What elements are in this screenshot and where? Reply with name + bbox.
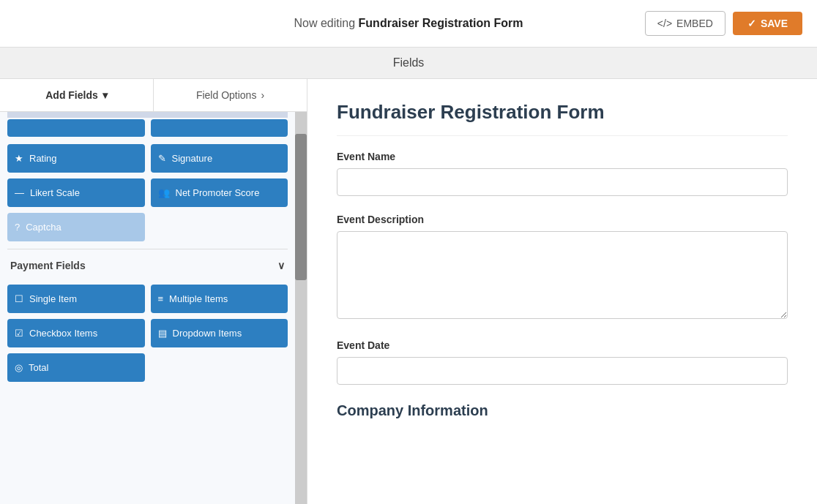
save-button[interactable]: ✓ SAVE (733, 12, 802, 35)
company-information-section: Company Information (337, 402, 788, 419)
scroll-bar[interactable] (295, 112, 307, 504)
form-name-label: Fundraiser Registration Form (359, 17, 523, 29)
embed-button[interactable]: </> EMBED (645, 11, 725, 36)
captcha-label: Captcha (26, 222, 61, 233)
dropdown-items-icon: ▤ (158, 328, 167, 339)
payment-fields-section: Payment Fields ∨ (7, 249, 288, 277)
partial-button-top-1 (7, 112, 288, 118)
checkbox-items-label: Checkbox Items (29, 328, 97, 339)
event-description-input[interactable] (337, 231, 788, 319)
dropdown-items-button[interactable]: ▤ Dropdown Items (151, 319, 288, 347)
editing-label: Now editing (294, 17, 356, 29)
left-panel-scroll-wrapper: ★ Rating ✎ Signature — Likert Scale 👥 Ne… (0, 112, 307, 504)
embed-label: EMBED (676, 18, 713, 29)
field-options-label: Field Options (196, 89, 256, 101)
scroll-thumb[interactable] (295, 134, 307, 280)
checkbox-items-button[interactable]: ☑ Checkbox Items (7, 319, 145, 347)
star-icon: ★ (15, 153, 23, 164)
event-date-field: Event Date (337, 339, 788, 385)
main-layout: Add Fields ▾ Field Options › ★ (0, 79, 817, 504)
nps-label: Net Promoter Score (176, 187, 260, 198)
tab-field-options[interactable]: Field Options › (154, 79, 307, 111)
single-item-icon: ☐ (15, 293, 23, 304)
event-description-label: Event Description (337, 214, 788, 225)
total-icon: ◎ (15, 362, 23, 373)
likert-icon: — (15, 187, 24, 198)
payment-buttons-grid: ☐ Single Item ≡ Multiple Items ☑ Checkbo… (7, 285, 288, 347)
left-panel: Add Fields ▾ Field Options › ★ (0, 79, 307, 504)
tab-add-fields[interactable]: Add Fields ▾ (0, 79, 154, 111)
checkmark-icon: ✓ (747, 18, 756, 29)
multiple-items-button[interactable]: ≡ Multiple Items (151, 285, 288, 313)
captcha-icon: ? (15, 222, 20, 233)
checkbox-items-icon: ☑ (15, 328, 23, 339)
event-name-label: Event Name (337, 151, 788, 162)
partial-button-right[interactable] (151, 119, 288, 137)
net-promoter-score-button[interactable]: 👥 Net Promoter Score (151, 178, 288, 207)
likert-scale-button[interactable]: — Likert Scale (7, 178, 145, 207)
event-description-field: Event Description (337, 214, 788, 322)
dropdown-items-label: Dropdown Items (173, 328, 242, 339)
signature-icon: ✎ (158, 153, 166, 164)
multiple-items-icon: ≡ (158, 293, 164, 304)
top-bar: Now editing Fundraiser Registration Form… (0, 0, 817, 48)
event-date-label: Event Date (337, 339, 788, 351)
event-name-field: Event Name (337, 151, 788, 196)
captcha-button[interactable]: ? Captcha (7, 213, 145, 241)
signature-label: Signature (172, 153, 213, 164)
event-name-input[interactable] (337, 168, 788, 196)
right-panel: Fundraiser Registration Form Event Name … (307, 79, 817, 504)
fields-scroll-area[interactable]: ★ Rating ✎ Signature — Likert Scale 👥 Ne… (0, 112, 295, 504)
total-button[interactable]: ◎ Total (7, 353, 145, 382)
add-fields-label: Add Fields (45, 89, 98, 101)
likert-label: Likert Scale (30, 187, 80, 198)
field-buttons-grid: ★ Rating ✎ Signature — Likert Scale 👥 Ne… (7, 144, 288, 207)
rating-label: Rating (29, 153, 57, 164)
single-item-label: Single Item (29, 293, 77, 304)
chevron-down-icon: ▾ (102, 89, 108, 101)
fields-header: Fields (0, 48, 817, 79)
rating-button[interactable]: ★ Rating (7, 144, 145, 173)
multiple-items-label: Multiple Items (169, 293, 228, 304)
embed-icon: </> (657, 18, 672, 29)
payment-collapse-icon[interactable]: ∨ (277, 260, 285, 271)
single-item-button[interactable]: ☐ Single Item (7, 285, 145, 313)
editing-title: Now editing Fundraiser Registration Form (294, 17, 523, 30)
signature-button[interactable]: ✎ Signature (151, 144, 288, 173)
chevron-right-icon: › (261, 89, 264, 101)
tab-bar: Add Fields ▾ Field Options › (0, 79, 307, 112)
partial-button-left[interactable] (7, 119, 145, 137)
fields-label: Fields (393, 56, 425, 69)
total-label: Total (29, 362, 48, 373)
nps-icon: 👥 (158, 187, 170, 198)
top-bar-actions: </> EMBED ✓ SAVE (645, 11, 802, 36)
payment-fields-label: Payment Fields (10, 260, 86, 271)
event-date-input[interactable] (337, 357, 788, 385)
form-title: Fundraiser Registration Form (337, 101, 788, 136)
save-label: SAVE (761, 18, 788, 29)
